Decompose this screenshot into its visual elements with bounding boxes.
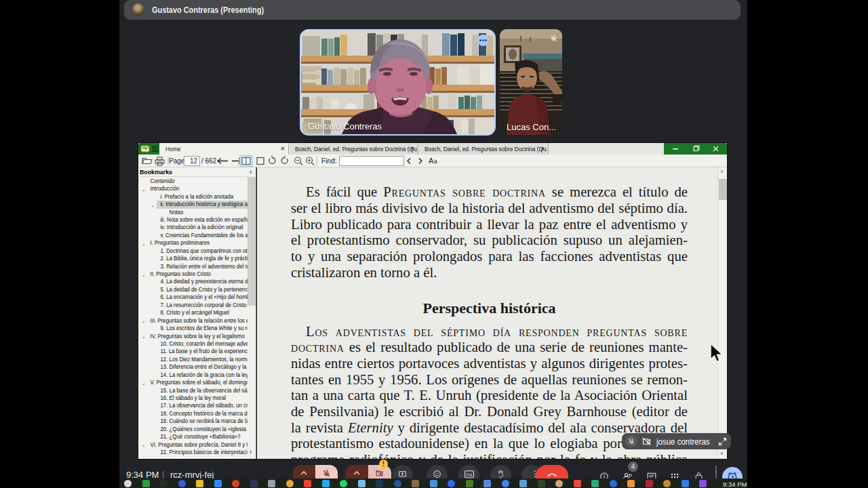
svg-text:a: a (434, 158, 437, 165)
svg-text:A: A (429, 157, 434, 165)
